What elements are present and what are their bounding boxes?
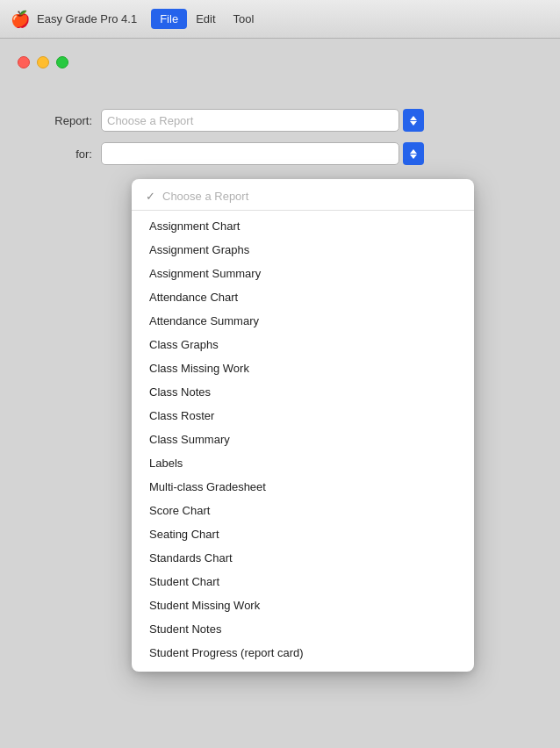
apple-icon: 🍎 — [11, 10, 30, 29]
app-title: Easy Grade Pro 4.1 — [37, 12, 137, 25]
form-area: Report: Choose a Report for: — [18, 95, 542, 190]
for-row: for: — [35, 142, 525, 165]
for-dropdown[interactable] — [101, 142, 399, 165]
minimize-button[interactable] — [37, 56, 49, 68]
maximize-button[interactable] — [56, 56, 68, 68]
report-dropdown[interactable]: Choose a Report — [101, 109, 399, 132]
dropdown-item[interactable]: Student Notes — [132, 617, 474, 641]
dropdown-item[interactable]: Attendance Chart — [132, 285, 474, 309]
window-content: Report: Choose a Report for: ✓ Choose a … — [0, 39, 560, 748]
report-row: Report: Choose a Report — [35, 109, 525, 132]
menu-file[interactable]: File — [151, 9, 187, 29]
arrow-down-icon — [410, 121, 417, 126]
dropdown-placeholder: Choose a Report — [107, 114, 193, 127]
for-arrow-down-icon — [410, 155, 417, 159]
dropdown-header-text: Choose a Report — [162, 190, 248, 203]
dropdown-item[interactable]: Student Chart — [132, 570, 474, 593]
dropdown-item[interactable]: Seating Chart — [132, 522, 474, 546]
menu-tool[interactable]: Tool — [225, 9, 263, 29]
dropdown-list: Assignment ChartAssignment GraphsAssignm… — [132, 211, 474, 668]
for-stepper[interactable] — [403, 142, 424, 165]
dropdown-item[interactable]: Attendance Summary — [132, 309, 474, 333]
close-button[interactable] — [18, 56, 30, 68]
dropdown-menu: ✓ Choose a Report Assignment ChartAssign… — [132, 179, 474, 672]
dropdown-item[interactable]: Class Summary — [132, 428, 474, 451]
traffic-lights-row — [18, 56, 542, 68]
dropdown-item[interactable]: Class Roster — [132, 404, 474, 428]
arrow-up-icon — [410, 116, 417, 120]
dropdown-header: ✓ Choose a Report — [132, 183, 474, 211]
dropdown-item[interactable]: Score Chart — [132, 499, 474, 522]
menu-edit[interactable]: Edit — [187, 9, 224, 29]
dropdown-item[interactable]: Student Progress (report card) — [132, 641, 474, 665]
dropdown-item[interactable]: Assignment Chart — [132, 214, 474, 238]
dropdown-item[interactable]: Class Graphs — [132, 333, 474, 356]
dropdown-item[interactable]: Class Notes — [132, 380, 474, 404]
report-stepper[interactable] — [403, 109, 424, 132]
dropdown-item[interactable]: Class Missing Work — [132, 356, 474, 380]
checkmark-icon: ✓ — [146, 190, 155, 203]
report-label: Report: — [35, 114, 92, 127]
dropdown-item[interactable]: Assignment Graphs — [132, 238, 474, 262]
dropdown-item[interactable]: Student Missing Work — [132, 593, 474, 617]
dropdown-item[interactable]: Assignment Summary — [132, 262, 474, 285]
dropdown-item[interactable]: Multi-class Gradesheet — [132, 475, 474, 499]
dropdown-item[interactable]: Labels — [132, 451, 474, 475]
for-arrow-up-icon — [410, 149, 417, 154]
for-label: for: — [35, 147, 92, 161]
title-bar: 🍎 Easy Grade Pro 4.1 File Edit Tool — [0, 0, 560, 39]
dropdown-item[interactable]: Standards Chart — [132, 546, 474, 570]
